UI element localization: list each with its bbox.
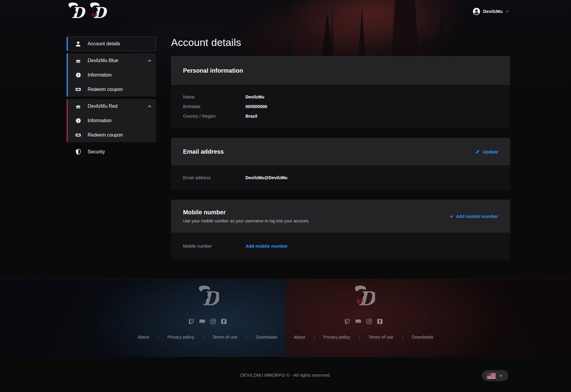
email-address-header: Email address Update [171,138,510,165]
footer-link-separator: | [306,335,323,339]
footer-red-section: D EX [286,279,571,357]
chevron-up-icon [147,104,152,109]
content-shell: Account details DevilzMu Blue Inf [67,23,510,259]
mobile-number-body: Mobile number Add mobile number [171,233,510,259]
sidebar-item-account-details[interactable]: Account details [67,37,156,51]
footer-link-terms[interactable]: Terms of use [368,335,394,339]
card-title: Email address [183,148,224,155]
plus-icon: + [450,213,453,219]
sidebar-item-label: Account details [88,41,120,47]
shield-icon [75,149,81,155]
user-menu[interactable]: DevilzMu [473,8,509,15]
add-mobile-label: Add mobile number [456,214,498,219]
sidebar-item-label: Redeem coupon [88,132,123,138]
add-mobile-number-link[interactable]: Add mobile number [245,243,498,249]
footer-links-red: About | Privacy policy | Terms of use | … [293,335,434,339]
info-row-email: Email address DevilzMu@DevilzMu [183,173,498,182]
footer-links-blue: About | Privacy policy | Terms of use | … [137,335,278,339]
crown-icon [75,104,81,109]
instagram-icon[interactable] [365,318,373,325]
chevron-down-icon [498,373,503,378]
card-title: Mobile number [183,209,309,216]
devilzmu-ex-footer-logo: D EX [352,283,375,311]
facebook-icon[interactable] [376,318,383,325]
row-label: Mobile number [183,244,245,249]
twitch-icon[interactable] [188,318,195,325]
chevron-down-icon [505,9,509,14]
footer-blue-column: D [130,279,286,357]
discord-icon[interactable] [198,318,206,325]
sidebar-group-label: DevilzMu Red [88,104,118,109]
footer-link-about[interactable]: About [137,335,150,339]
email-address-body: Email address DevilzMu@DevilzMu [171,165,510,190]
sidebar-group-devilzmu-red: DevilzMu Red Information Redeem coupon [67,99,156,142]
sidebar-group-devilzmu-blue: DevilzMu Blue Information Redeem coupon [67,53,156,97]
footer-link-separator: | [195,335,212,339]
footer-link-downloads[interactable]: Downloads [255,335,278,339]
ticket-icon [75,132,81,138]
chevron-up-icon [147,59,152,63]
sidebar-item-label: Security [88,149,105,155]
main-content: Account details Personal information Nam… [171,23,510,259]
facebook-icon[interactable] [220,318,227,325]
sidebar-item-security[interactable]: Security [67,145,156,159]
discord-icon[interactable] [354,318,362,325]
devilzmu-footer-logo: D [196,283,219,311]
person-icon [75,41,81,47]
info-row-name: Name DevilzMu [183,92,498,102]
footer-link-privacy[interactable]: Privacy policy [323,335,351,339]
footer-social-row [344,318,383,325]
sidebar-item-redeem-coupon-red[interactable]: Redeem coupon [68,128,156,142]
language-selector[interactable] [482,370,508,381]
svg-text:EX: EX [92,12,98,17]
card-title: Personal information [183,67,243,74]
sidebar-group-header-red[interactable]: DevilzMu Red [68,99,156,113]
footer-link-separator: | [394,335,411,339]
mobile-number-heading-block: Mobile number Use your mobile number as … [183,209,309,223]
twitch-icon[interactable] [344,318,351,325]
devilzmu-logo[interactable]: D [67,2,86,21]
top-bar: D D EX DevilzMu [0,0,571,23]
mobile-number-header: Mobile number Use your mobile number as … [171,200,510,233]
row-label: Email address [183,175,245,180]
sidebar: Account details DevilzMu Blue Inf [67,23,156,259]
instagram-icon[interactable] [209,318,217,325]
row-label: Birthdate [183,104,245,109]
personal-information-header: Personal information [171,56,510,85]
add-mobile-number-button[interactable]: + Add mobile number [450,213,498,219]
footer-red-column: D EX [286,279,442,357]
info-row-birthdate: Birthdate 00/00/0000 [183,102,498,111]
sidebar-item-information-red[interactable]: Information [68,113,156,128]
update-email-button[interactable]: Update [475,149,498,154]
card-subtitle: Use your mobile number as your username … [183,219,309,223]
footer-link-separator: | [351,335,368,339]
personal-information-body: Name DevilzMu Birthdate 00/00/0000 Count… [171,85,510,128]
info-circle-icon [75,72,81,78]
logo-row: D D EX [67,2,108,21]
row-value: DevilzMu@DevilzMu [245,175,498,180]
update-label: Update [483,149,498,154]
row-value: Brazil [245,114,498,119]
sidebar-item-information-blue[interactable]: Information [68,68,156,82]
footer-link-about[interactable]: About [293,335,306,339]
sidebar-item-redeem-coupon-blue[interactable]: Redeem coupon [68,82,156,97]
footer: D [0,279,571,357]
footer-link-privacy[interactable]: Privacy policy [167,335,195,339]
info-row-country: Country / Region Brazil [183,111,498,121]
ticket-icon [75,87,81,92]
sidebar-group-header-blue[interactable]: DevilzMu Blue [68,53,156,68]
account-circle-icon [473,8,480,15]
bottom-bar: DEVILZMU MMORPG © - All rights reserved. [0,357,571,392]
account-page: D D EX DevilzMu [0,0,571,392]
personal-information-card: Personal information Name DevilzMu Birth… [171,56,510,128]
footer-link-separator: | [238,335,255,339]
devilzmu-ex-logo[interactable]: D EX [88,2,108,21]
footer-blue-section: D [0,279,286,357]
footer-link-downloads[interactable]: Downloads [411,335,434,339]
row-value: 00/00/0000 [245,104,498,109]
svg-text:D: D [202,287,219,309]
email-address-card: Email address Update Email address Devil… [171,138,510,190]
mobile-number-card: Mobile number Use your mobile number as … [171,200,510,259]
footer-link-terms[interactable]: Terms of use [212,335,238,339]
us-flag-icon [487,373,496,379]
